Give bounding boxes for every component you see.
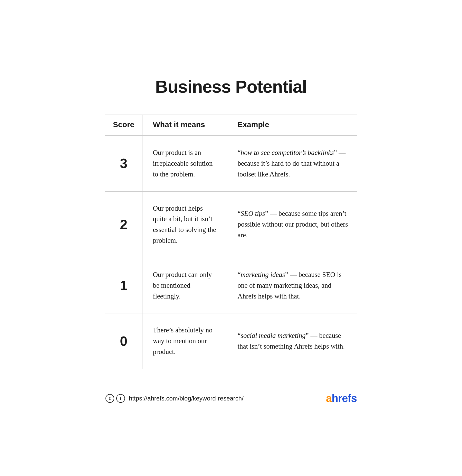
business-potential-table: Score What it means Example 3Our product… (105, 115, 357, 369)
footer: c i https://ahrefs.com/blog/keyword-rese… (105, 390, 357, 405)
example-cell: “SEO tips” — because some tips aren’t po… (227, 191, 357, 258)
footer-icons: c i (105, 394, 125, 403)
header-score: Score (105, 115, 142, 136)
page-container: Business Potential Score What it means E… (90, 56, 372, 420)
example-cell: “how to see competitor’s backlinks” — be… (227, 136, 357, 191)
example-italic: how to see competitor’s backlinks (240, 149, 334, 156)
svg-text:c: c (109, 396, 111, 400)
score-cell: 2 (105, 191, 142, 258)
table-row: 2Our product helps quite a bit, but it i… (105, 191, 357, 258)
meaning-cell: Our product helps quite a bit, but it is… (142, 191, 227, 258)
meaning-cell: Our product can only be mentioned fleeti… (142, 258, 227, 313)
logo-hrefs-text: hrefs (332, 392, 357, 404)
example-italic: SEO tips (240, 210, 265, 217)
example-cell: “social media marketing” — because that … (227, 313, 357, 369)
header-meaning: What it means (142, 115, 227, 136)
table-row: 0There’s absolutely no way to mention ou… (105, 313, 357, 369)
table-header-row: Score What it means Example (105, 115, 357, 136)
score-cell: 3 (105, 136, 142, 191)
meaning-cell: Our product is an irreplaceable solution… (142, 136, 227, 191)
cc-license-icon: c (105, 394, 114, 403)
example-cell: “marketing ideas” — because SEO is one o… (227, 258, 357, 313)
info-icon: i (116, 394, 125, 403)
page-title: Business Potential (155, 77, 307, 97)
table-row: 3Our product is an irreplaceable solutio… (105, 136, 357, 191)
header-example: Example (227, 115, 357, 136)
logo-a-letter: a (326, 392, 332, 404)
score-cell: 0 (105, 313, 142, 369)
table-row: 1Our product can only be mentioned fleet… (105, 258, 357, 313)
footer-left: c i https://ahrefs.com/blog/keyword-rese… (105, 394, 244, 403)
example-italic: marketing ideas (240, 271, 285, 278)
meaning-cell: There’s absolutely no way to mention our… (142, 313, 227, 369)
footer-url: https://ahrefs.com/blog/keyword-research… (129, 395, 244, 402)
ahrefs-logo: ahrefs (326, 392, 357, 405)
svg-text:i: i (120, 396, 121, 401)
example-italic: social media marketing (240, 332, 305, 339)
score-cell: 1 (105, 258, 142, 313)
